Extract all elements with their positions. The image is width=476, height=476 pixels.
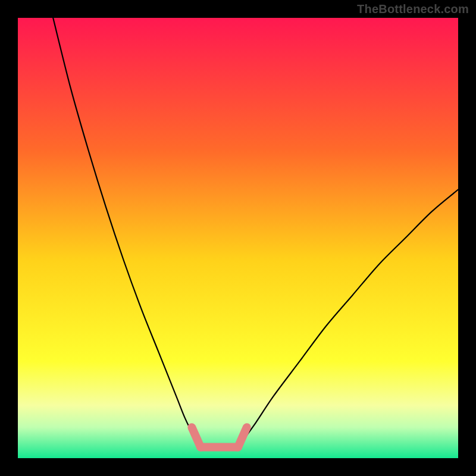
watermark-text: TheBottleneck.com — [357, 2, 469, 16]
chart-plot-area — [18, 18, 458, 458]
chart-frame: TheBottleneck.com — [0, 0, 476, 476]
chart-svg — [18, 18, 458, 458]
chart-background — [18, 18, 458, 458]
